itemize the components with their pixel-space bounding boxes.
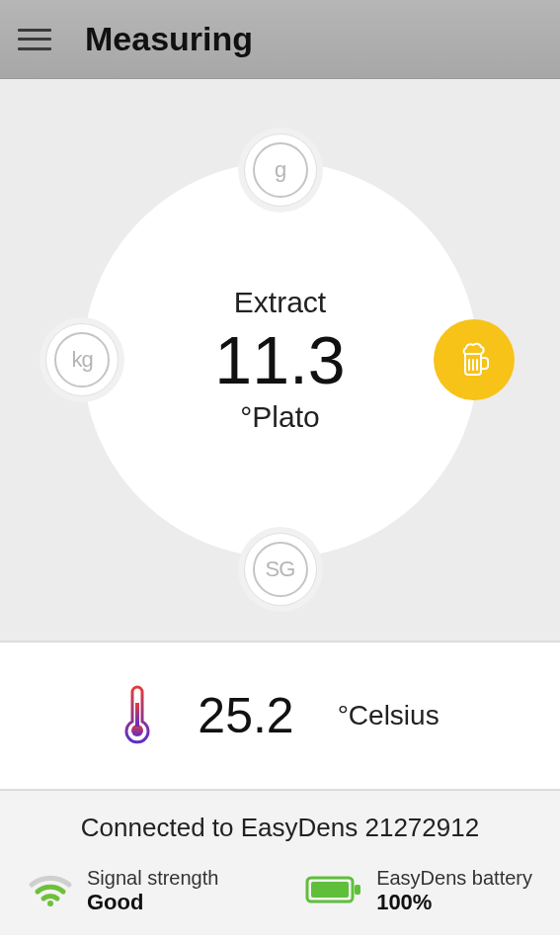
measurement-label: Extract: [234, 286, 326, 319]
connection-status-section: Connected to EasyDens 21272912 Signal st…: [0, 791, 560, 935]
wifi-icon: [28, 873, 73, 910]
svg-point-5: [47, 901, 53, 906]
measurement-dial-section: Extract 11.3 °Plato g kg SG: [0, 79, 560, 643]
battery-icon: [305, 874, 362, 909]
beer-mug-icon: [446, 332, 502, 387]
page-title: Measuring: [85, 20, 253, 58]
battery-label: EasyDens battery: [376, 867, 532, 890]
signal-value: Good: [87, 890, 218, 915]
temperature-value: 25.2: [198, 687, 293, 744]
connection-line: Connected to EasyDens 21272912: [24, 813, 536, 843]
signal-label: Signal strength: [87, 867, 218, 890]
grams-icon: g: [275, 157, 285, 183]
sg-icon: SG: [266, 557, 295, 582]
battery-block: EasyDens battery 100%: [305, 867, 532, 915]
kilograms-icon: kg: [71, 347, 92, 373]
svg-rect-7: [355, 885, 360, 895]
signal-strength-block: Signal strength Good: [28, 867, 218, 915]
svg-rect-8: [311, 882, 349, 898]
extract-plato-mode-button[interactable]: [434, 319, 515, 400]
measurement-unit: °Plato: [240, 400, 319, 434]
menu-icon[interactable]: [18, 29, 51, 50]
measurement-value: 11.3: [214, 323, 345, 397]
temperature-section: 25.2 °Celsius: [0, 643, 560, 791]
specific-gravity-mode-button[interactable]: SG: [244, 533, 317, 606]
measurement-readout: Extract 11.3 °Plato: [83, 162, 478, 558]
temperature-unit: °Celsius: [338, 700, 440, 731]
app-header: Measuring: [0, 0, 560, 79]
thermometer-icon: [120, 681, 154, 750]
grams-mode-button[interactable]: g: [244, 133, 317, 207]
kilograms-mode-button[interactable]: kg: [45, 323, 119, 396]
battery-value: 100%: [376, 890, 532, 915]
svg-rect-4: [135, 703, 139, 727]
